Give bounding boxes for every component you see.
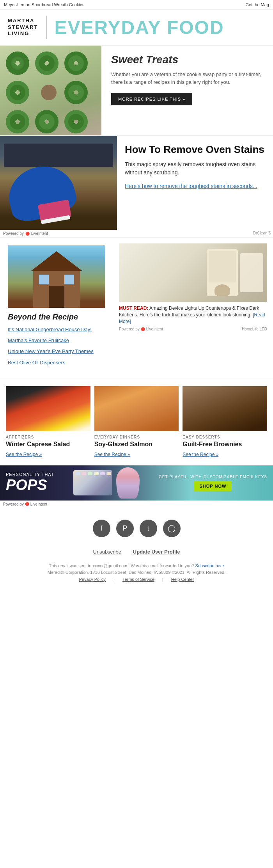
recipe-image-0 (6, 386, 90, 431)
header-divider (46, 16, 47, 39)
footer-email-info: This email was sent to xxxxx@gmail.com |… (12, 563, 261, 570)
recipe-title-0: Winter Caprese Salad (6, 440, 90, 449)
sidebar-ad-text: MUST READ: Amazing Device Lights Up Coun… (119, 305, 267, 325)
logitech-right: GET PLAYFUL WITH CUSTOMIZABLE EMOJI KEYS… (159, 475, 267, 491)
logitech-middle (54, 467, 159, 499)
recipe-title-1: Soy-Glazed Salmon (94, 440, 179, 449)
must-read-label: MUST READ: (119, 305, 148, 311)
help-center-link[interactable]: Help Center (171, 576, 194, 583)
recipe-category-2: EASY DESSERTS (183, 435, 267, 439)
hero-content: Sweet Treats Whether you are a veteran o… (101, 46, 273, 135)
keyboard-image (73, 470, 112, 495)
oven-content: How To Remove Oven Stains This magic spr… (117, 136, 273, 237)
beyond-image (8, 245, 105, 308)
recipe-category-1: EVERYDAY DINNERS (94, 435, 179, 439)
recipes-row: APPETIZERS Winter Caprese Salad See the … (0, 378, 273, 465)
recipe-card-2: EASY DESSERTS Guilt-Free Brownies See th… (183, 386, 267, 458)
logitech-powered-by: Powered by 🔴 LiveIntent (0, 501, 273, 508)
recipe-image-1 (94, 386, 179, 431)
recipe-card-1: EVERYDAY DINNERS Soy-Glazed Salmon See t… (94, 386, 179, 458)
liveintent-icon-2: 🔴 (25, 502, 29, 506)
subscribe-here-link[interactable]: Subscribe here (195, 563, 224, 568)
sidebar-ad-image (119, 243, 267, 302)
footer-small-links: Privacy Policy | Terms of Service | Help… (12, 576, 261, 583)
pinterest-icon[interactable]: P (116, 520, 134, 537)
recipe-link-0[interactable]: See the Recipe » (6, 452, 42, 457)
shop-now-button[interactable]: SHOP NOW (194, 481, 232, 491)
footer-links: Unsubscribe Update User Profile (0, 545, 273, 561)
site-header: MARTHA STEWART LIVING EVERYDAY FOOD (0, 10, 273, 46)
beyond-ad-row: Beyond the Recipe It's National Gingerbr… (0, 237, 273, 378)
top-navigation: Meyer-Lemon Shortbread Wreath Cookies Ge… (0, 0, 273, 10)
ad-powered-by: Powered by 🔴 LiveIntent HomeLife LED (119, 327, 267, 331)
logitech-banner: PERSONALITY THAT POPS GET PLAYFUL WITH C… (0, 465, 273, 501)
terms-link[interactable]: Terms of Service (122, 576, 154, 583)
recipe-category-0: APPETIZERS (6, 435, 90, 439)
recipe-link-2[interactable]: See the Recipe » (183, 452, 218, 457)
hero-image (0, 46, 101, 135)
footer-text: This email was sent to xxxxx@gmail.com |… (0, 561, 273, 586)
powered-by-bar: Powered by 🔴 LiveIntent (0, 230, 117, 237)
social-section: f P t ◯ (0, 508, 273, 545)
site-logo: MARTHA STEWART LIVING (8, 18, 38, 37)
facebook-icon[interactable]: f (93, 520, 110, 537)
beyond-link-1[interactable]: Martha's Favorite Fruitcake (8, 337, 105, 344)
beyond-link-0[interactable]: It's National Gingerbread House Day! (8, 326, 105, 333)
unsubscribe-link[interactable]: Unsubscribe (93, 549, 121, 555)
oven-ad-section: Powered by 🔴 LiveIntent How To Remove Ov… (0, 135, 273, 237)
logitech-personality-text: PERSONALITY THAT (6, 472, 54, 477)
hero-section: Sweet Treats Whether you are a veteran o… (0, 46, 273, 135)
beyond-heading: Beyond the Recipe (8, 312, 105, 321)
twitter-icon[interactable]: t (140, 520, 157, 537)
oven-link[interactable]: Here's how to remove the toughest stains… (125, 183, 265, 190)
update-profile-link[interactable]: Update User Profile (133, 549, 180, 555)
beyond-link-3[interactable]: Best Olive Oil Dispensers (8, 359, 105, 366)
recipe-image-2 (183, 386, 267, 431)
liveintent-icon: 🔴 (141, 327, 145, 331)
recipe-link-1[interactable]: See the Recipe » (94, 452, 130, 457)
sidebar-ad-section: MUST READ: Amazing Device Lights Up Coun… (113, 238, 273, 378)
hero-heading: Sweet Treats (111, 53, 263, 66)
beyond-link-2[interactable]: Unique New Year's Eve Party Themes (8, 348, 105, 355)
logitech-left: PERSONALITY THAT POPS (6, 472, 54, 493)
more-recipes-button[interactable]: MORE RECIPES LIKE THIS » (111, 93, 192, 105)
instagram-icon[interactable]: ◯ (163, 520, 181, 537)
privacy-policy-link[interactable]: Privacy Policy (79, 576, 106, 583)
oven-heading: How To Remove Oven Stains (125, 144, 265, 156)
beyond-links: It's National Gingerbread House Day! Mar… (8, 326, 105, 366)
beyond-section: Beyond the Recipe It's National Gingerbr… (0, 238, 113, 378)
sponsor-label: DrClean S (253, 231, 271, 235)
top-nav-right-link[interactable]: Get the Mag (245, 2, 269, 7)
recipe-title-2: Guilt-Free Brownies (183, 440, 267, 449)
oven-description: This magic spray easily removes toughest… (125, 160, 265, 177)
footer-copyright: Meredith Corporation. 1716 Locust Street… (12, 569, 261, 576)
liveintent-logo: 🔴 (25, 232, 30, 236)
logitech-pops-text: POPS (6, 477, 47, 493)
hero-description: Whether you are a veteran of the cookie … (111, 71, 263, 86)
logitech-get-playful-text: GET PLAYFUL WITH CUSTOMIZABLE EMOJI KEYS (159, 475, 267, 479)
gingerbread-house-image (8, 245, 105, 308)
top-nav-left-link[interactable]: Meyer-Lemon Shortbread Wreath Cookies (4, 2, 84, 7)
recipe-card-0: APPETIZERS Winter Caprese Salad See the … (6, 386, 90, 458)
header-title: EVERYDAY FOOD (55, 17, 224, 38)
